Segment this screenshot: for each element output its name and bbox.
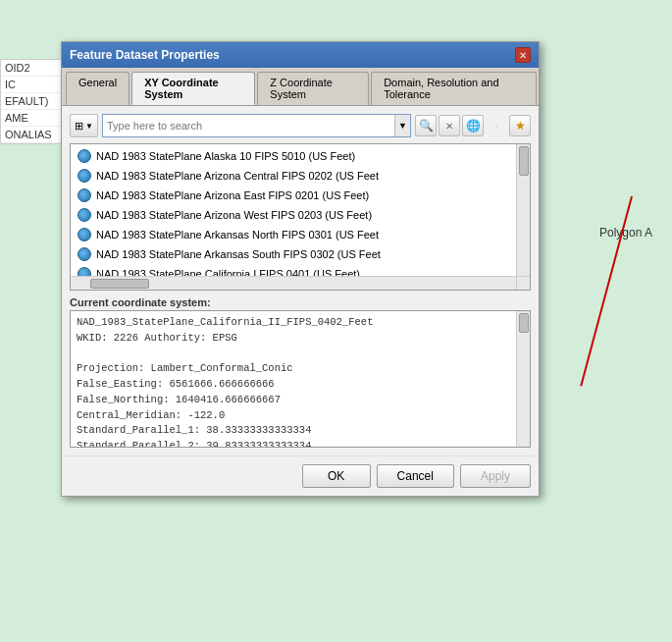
scroll-thumb[interactable] [90, 279, 149, 289]
dialog-body: ⊞ ▼ ▼ 🔍 ✕ 🌐 · ★ [62, 106, 539, 455]
scroll-thumb[interactable] [519, 146, 529, 176]
coord-system-list-wrap: NAD 1983 StatePlane Alaska 10 FIPS 5010 … [70, 143, 531, 291]
search-box: ▼ [102, 114, 411, 137]
scroll-corner [516, 276, 530, 290]
info-scrollbar[interactable] [516, 311, 530, 447]
globe-icon: 🌐 [466, 119, 481, 133]
favorite-button[interactable]: ★ [509, 115, 531, 136]
tab-bar: General XY Coordinate System Z Coordinat… [62, 68, 539, 106]
apply-button[interactable]: Apply [460, 464, 531, 488]
dialog-backdrop: Feature Dataset Properties ✕ General XY … [0, 0, 672, 642]
search-dropdown-button[interactable]: ▼ [394, 115, 410, 136]
list-item[interactable]: NAD 1983 StatePlane Arkansas North FIPS … [71, 225, 530, 244]
horizontal-scrollbar[interactable] [71, 276, 516, 290]
coord-toolbar: ⊞ ▼ ▼ 🔍 ✕ 🌐 · ★ [70, 114, 531, 137]
search-button[interactable]: 🔍 [415, 115, 437, 136]
globe-icon [77, 207, 92, 223]
globe-icon [77, 227, 92, 242]
list-item-label: NAD 1983 StatePlane Arizona Central FIPS… [96, 170, 379, 182]
list-item[interactable]: NAD 1983 StatePlane Alaska 10 FIPS 5010 … [71, 146, 530, 166]
list-item[interactable]: NAD 1983 StatePlane Arizona Central FIPS… [71, 166, 530, 186]
list-item-label: NAD 1983 StatePlane Alaska 10 FIPS 5010 … [96, 150, 355, 162]
star-icon: ★ [515, 119, 526, 133]
close-button[interactable]: ✕ [515, 47, 531, 63]
globe-icon [77, 168, 92, 184]
clear-search-button[interactable]: ✕ [439, 115, 460, 136]
list-item-label: NAD 1983 StatePlane Arkansas South FIPS … [96, 248, 381, 260]
coord-info-text: NAD_1983_StatePlane_California_II_FIPS_0… [77, 315, 524, 448]
current-coord-label: Current coordinate system: [70, 296, 531, 308]
feature-dataset-dialog: Feature Dataset Properties ✕ General XY … [61, 41, 540, 497]
list-item-label: NAD 1983 StatePlane Arkansas North FIPS … [96, 229, 379, 241]
filter-icon: ⊞ [75, 120, 83, 133]
tab-domain[interactable]: Domain, Resolution and Tolerance [371, 72, 537, 105]
tab-xy-coordinate[interactable]: XY Coordinate System [131, 72, 255, 105]
list-item[interactable]: NAD 1983 StatePlane Arizona East FIPS 02… [71, 186, 530, 205]
ok-button[interactable]: OK [302, 464, 371, 488]
current-coord-info: NAD_1983_StatePlane_California_II_FIPS_0… [70, 310, 531, 448]
globe-icon [77, 148, 92, 164]
list-item[interactable]: NAD 1983 StatePlane Arkansas South FIPS … [71, 244, 530, 264]
search-icon: 🔍 [419, 119, 434, 133]
cancel-button[interactable]: Cancel [377, 464, 454, 488]
list-item-label: NAD 1983 StatePlane Arizona East FIPS 02… [96, 189, 369, 201]
globe-icon [77, 246, 92, 262]
tab-z-coordinate[interactable]: Z Coordinate System [257, 72, 369, 105]
dialog-titlebar: Feature Dataset Properties ✕ [62, 42, 539, 68]
vertical-scrollbar[interactable] [516, 144, 530, 276]
search-input[interactable] [103, 120, 394, 132]
info-scroll-thumb[interactable] [519, 313, 529, 333]
globe-icon [77, 187, 92, 203]
list-item-label: NAD 1983 StatePlane Arizona West FIPS 02… [96, 209, 372, 221]
globe-button[interactable]: 🌐 [462, 115, 484, 136]
separator: · [486, 115, 507, 136]
dialog-footer: OK Cancel Apply [62, 455, 539, 496]
clear-icon: ✕ [445, 121, 453, 132]
coord-system-list[interactable]: NAD 1983 StatePlane Alaska 10 FIPS 5010 … [71, 144, 530, 290]
filter-button[interactable]: ⊞ ▼ [70, 114, 98, 137]
tab-general[interactable]: General [66, 72, 129, 105]
list-item[interactable]: NAD 1983 StatePlane Arizona West FIPS 02… [71, 205, 530, 225]
dropdown-arrow-icon: ▼ [85, 122, 93, 131]
dialog-title: Feature Dataset Properties [70, 48, 220, 62]
